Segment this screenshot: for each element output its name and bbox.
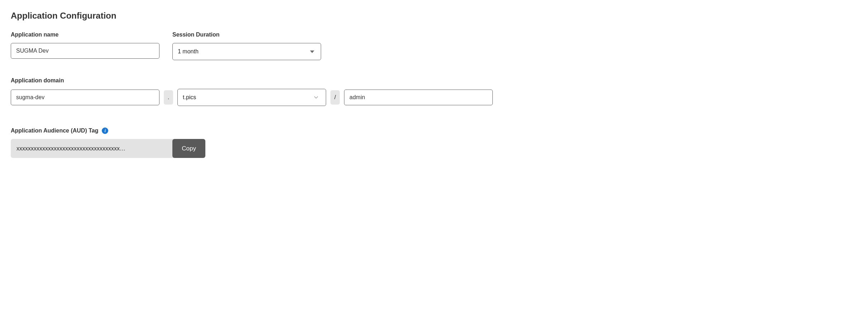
path-input[interactable]: [344, 90, 493, 105]
chevron-down-icon: [313, 94, 319, 101]
copy-button[interactable]: Copy: [172, 139, 205, 158]
session-duration-label: Session Duration: [172, 32, 321, 38]
session-duration-group: Session Duration 1 month: [172, 32, 321, 60]
aud-tag-value: xxxxxxxxxxxxxxxxxxxxxxxxxxxxxxxxxxxx…: [11, 139, 174, 158]
session-duration-value: 1 month: [173, 48, 310, 55]
application-domain-label: Application domain: [11, 77, 857, 84]
section-title: Application Configuration: [11, 11, 857, 21]
session-duration-select[interactable]: 1 month: [172, 43, 321, 60]
caret-down-icon: [310, 50, 314, 53]
info-icon[interactable]: i: [102, 127, 108, 134]
aud-tag-group: Application Audience (AUD) Tag i xxxxxxx…: [11, 127, 857, 158]
aud-tag-label: Application Audience (AUD) Tag: [11, 127, 98, 134]
domain-select-value: t.pics: [178, 94, 313, 101]
dot-separator: .: [164, 90, 173, 105]
subdomain-input[interactable]: [11, 90, 159, 105]
domain-select[interactable]: t.pics: [177, 89, 326, 106]
application-name-input[interactable]: [11, 43, 159, 59]
application-domain-group: Application domain . t.pics /: [11, 77, 857, 106]
slash-separator: /: [330, 90, 340, 105]
application-name-group: Application name: [11, 32, 159, 59]
application-name-label: Application name: [11, 32, 159, 38]
